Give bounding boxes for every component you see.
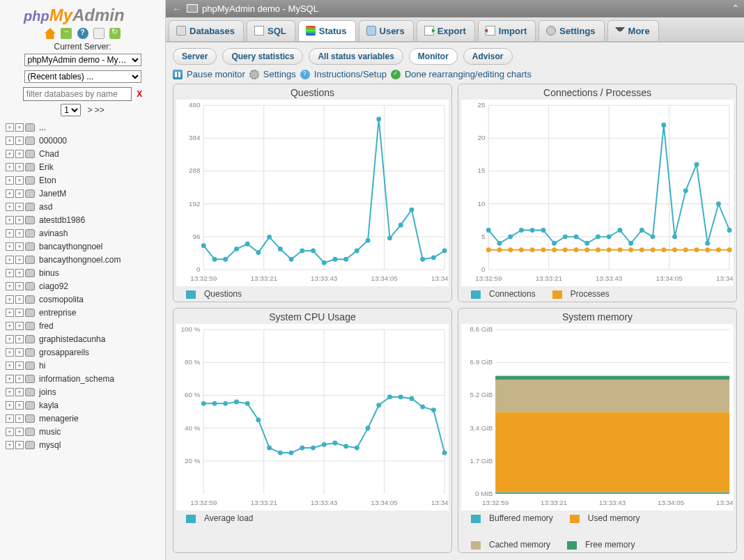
chart-1[interactable]: Connections / Processes051015202513:32:5… bbox=[458, 84, 737, 302]
expand-icon[interactable]: + bbox=[6, 295, 14, 304]
clear-filter-icon[interactable]: X bbox=[137, 89, 142, 99]
expand-icon[interactable]: + bbox=[6, 137, 14, 145]
db-item[interactable]: ++entreprise bbox=[6, 306, 165, 319]
expand-icon[interactable]: + bbox=[6, 401, 14, 410]
docs-icon[interactable] bbox=[93, 28, 104, 39]
expand-icon[interactable]: + bbox=[6, 216, 14, 224]
tab-status[interactable]: Status bbox=[298, 20, 356, 41]
expand-icon[interactable]: + bbox=[6, 428, 14, 436]
db-item[interactable]: ++bancaythongnoel bbox=[6, 240, 165, 253]
expand-icon[interactable]: + bbox=[15, 335, 24, 343]
expand-icon[interactable]: + bbox=[15, 388, 24, 396]
help-icon[interactable] bbox=[77, 28, 88, 39]
expand-icon[interactable]: + bbox=[6, 282, 14, 290]
expand-icon[interactable]: + bbox=[15, 229, 24, 238]
expand-icon[interactable]: + bbox=[6, 375, 14, 383]
expand-icon[interactable]: + bbox=[15, 242, 24, 251]
expand-icon[interactable]: + bbox=[15, 176, 24, 185]
db-item[interactable]: ++bancaythongnoel.com bbox=[6, 253, 165, 266]
db-item[interactable]: ++avinash bbox=[6, 226, 165, 240]
expand-icon[interactable]: + bbox=[6, 189, 14, 198]
expand-icon[interactable]: + bbox=[15, 322, 24, 330]
db-page-select[interactable]: 1 bbox=[61, 104, 81, 116]
expand-icon[interactable]: + bbox=[15, 414, 24, 423]
subtab-allvars[interactable]: All status variables bbox=[309, 48, 403, 65]
expand-icon[interactable]: + bbox=[6, 176, 14, 185]
server-select[interactable]: phpMyAdmin demo - My… bbox=[24, 54, 141, 66]
expand-icon[interactable]: + bbox=[15, 216, 24, 224]
expand-icon[interactable]: + bbox=[6, 414, 14, 423]
expand-icon[interactable]: + bbox=[15, 269, 24, 277]
expand-icon[interactable]: + bbox=[15, 189, 24, 198]
db-item[interactable]: ++hi bbox=[6, 359, 165, 372]
tab-databases[interactable]: Databases bbox=[169, 20, 244, 41]
db-item[interactable]: ++kayla bbox=[6, 398, 165, 412]
expand-icon[interactable]: + bbox=[15, 309, 24, 317]
db-item[interactable]: ++music bbox=[6, 425, 165, 438]
expand-icon[interactable]: + bbox=[15, 441, 24, 449]
pause-monitor-link[interactable]: Pause monitor bbox=[187, 69, 245, 79]
subtab-monitor[interactable]: Monitor bbox=[409, 48, 458, 65]
subtab-server[interactable]: Server bbox=[173, 48, 217, 65]
db-item[interactable]: ++atestdb1986 bbox=[6, 213, 165, 226]
expand-icon[interactable]: + bbox=[15, 163, 24, 171]
expand-icon[interactable]: + bbox=[6, 150, 14, 158]
logout-icon[interactable] bbox=[61, 28, 72, 39]
expand-icon[interactable]: + bbox=[6, 322, 14, 330]
tab-users[interactable]: Users bbox=[359, 20, 414, 41]
expand-icon[interactable]: + bbox=[6, 203, 14, 211]
tab-sql[interactable]: SQL bbox=[247, 20, 295, 41]
db-item[interactable]: ++fred bbox=[6, 319, 165, 332]
tab-more[interactable]: More bbox=[607, 20, 659, 41]
db-item[interactable]: ++Eton bbox=[6, 173, 165, 187]
expand-icon[interactable]: + bbox=[6, 441, 14, 449]
db-item[interactable]: ++joins bbox=[6, 385, 165, 398]
expand-icon[interactable]: + bbox=[6, 269, 14, 277]
subtab-qstats[interactable]: Query statistics bbox=[222, 48, 303, 65]
home-icon[interactable] bbox=[45, 28, 56, 39]
expand-icon[interactable]: + bbox=[15, 282, 24, 290]
expand-icon[interactable]: + bbox=[6, 348, 14, 357]
back-icon[interactable]: ← bbox=[170, 3, 184, 14]
db-filter-input[interactable] bbox=[23, 87, 132, 101]
db-item[interactable]: ++JanetM bbox=[6, 187, 165, 200]
expand-icon[interactable]: + bbox=[15, 150, 24, 158]
expand-icon[interactable]: + bbox=[6, 335, 14, 343]
expand-icon[interactable]: + bbox=[6, 361, 14, 370]
expand-icon[interactable]: + bbox=[15, 137, 24, 145]
subtab-advisor[interactable]: Advisor bbox=[463, 48, 513, 65]
instructions-link[interactable]: Instructions/Setup bbox=[314, 69, 387, 79]
expand-icon[interactable]: + bbox=[15, 203, 24, 211]
db-item[interactable]: ++menagerie bbox=[6, 412, 165, 425]
recent-tables-select[interactable]: (Recent tables) ... bbox=[24, 70, 141, 83]
expand-icon[interactable]: + bbox=[15, 348, 24, 357]
expand-icon[interactable]: + bbox=[15, 256, 24, 264]
expand-icon[interactable]: + bbox=[15, 361, 24, 370]
db-item[interactable]: ++graphistedacunha bbox=[6, 332, 165, 345]
chart-2[interactable]: System CPU Usage20 %40 %60 %80 %100 %13:… bbox=[173, 308, 452, 553]
db-item[interactable]: ++Erik bbox=[6, 160, 165, 173]
db-page-next[interactable]: > >> bbox=[87, 105, 104, 115]
db-item[interactable]: ++000000 bbox=[6, 134, 165, 147]
done-rearranging-link[interactable]: Done rearranging/editing charts bbox=[405, 69, 532, 79]
expand-icon[interactable]: + bbox=[6, 256, 14, 264]
db-item[interactable]: ++binus bbox=[6, 266, 165, 279]
expand-icon[interactable]: + bbox=[6, 229, 14, 238]
db-item[interactable]: ++information_schema bbox=[6, 372, 165, 385]
expand-icon[interactable]: + bbox=[6, 388, 14, 396]
monitor-settings-link[interactable]: Settings bbox=[263, 69, 296, 79]
db-item[interactable]: ++grosappareils bbox=[6, 345, 165, 359]
db-item[interactable]: ++mysql bbox=[6, 438, 165, 451]
expand-icon[interactable]: + bbox=[15, 375, 24, 383]
db-item[interactable]: ++Chad bbox=[6, 147, 165, 160]
expand-icon[interactable]: + bbox=[15, 123, 24, 132]
collapse-icon[interactable]: ⌃ bbox=[731, 3, 740, 14]
expand-icon[interactable]: + bbox=[6, 123, 14, 132]
db-item[interactable]: ++ciago92 bbox=[6, 279, 165, 293]
db-item[interactable]: ++asd bbox=[6, 200, 165, 213]
reload-icon[interactable] bbox=[109, 28, 121, 39]
expand-icon[interactable]: + bbox=[6, 163, 14, 171]
tab-import[interactable]: Import bbox=[478, 20, 536, 41]
db-item[interactable]: ++... bbox=[6, 120, 165, 134]
expand-icon[interactable]: + bbox=[6, 242, 14, 251]
